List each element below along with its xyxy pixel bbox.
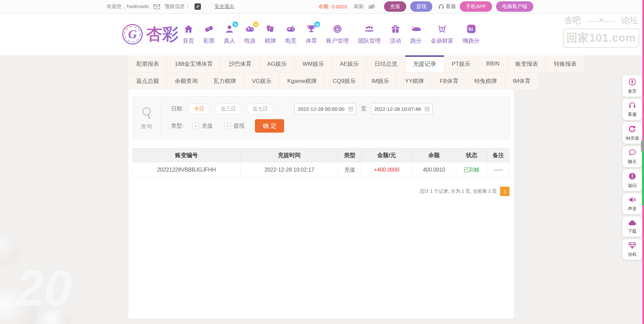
checkbox-checked-icon: ✓ xyxy=(224,123,231,129)
customer-service-link[interactable]: 客服 xyxy=(438,3,456,10)
tab-ae[interactable]: AE娱乐 xyxy=(332,55,367,73)
tab-188-sport[interactable]: 188金宝博体育 xyxy=(167,55,221,73)
site-logo[interactable]: G 杏彩 xyxy=(121,23,178,45)
nav-label: 活动 xyxy=(390,37,401,45)
tab-yy[interactable]: YY棋牌 xyxy=(397,73,432,90)
edit-reserved-button[interactable] xyxy=(195,3,201,10)
sidebar-item-im-recharge[interactable]: IM充值 xyxy=(623,122,642,144)
coin-icon: ¥ xyxy=(332,24,342,35)
tab-deposit-withdraw-records[interactable]: 充提记录 xyxy=(406,55,444,73)
sidebar-item-home[interactable]: 首页 xyxy=(623,75,642,97)
sidebar-label: 首页 xyxy=(628,88,637,94)
sidebar-label: IM充值 xyxy=(626,135,639,141)
pagination: 总计 1 个记录, 分为 1 页, 当前第 1 页 1 xyxy=(128,187,509,196)
pc-client-button[interactable]: 电脑客户端 xyxy=(496,1,533,12)
tab-lottery-report[interactable]: 彩票报表 xyxy=(128,55,167,73)
nav-label: 电竞 xyxy=(285,37,297,45)
sidebar-item-idle[interactable]: 挂机 xyxy=(623,239,642,260)
svg-text:G: G xyxy=(128,28,137,41)
sidebar-item-service[interactable]: 客服 xyxy=(623,99,642,120)
tab-transfer-report[interactable]: 转账报表 xyxy=(546,55,585,73)
main-nav: 首页 彩票 N 真人 H 电游 棋牌 电竞 N 体育 ¥ xyxy=(183,24,480,45)
confirm-button[interactable]: 确 定 xyxy=(255,119,284,133)
col-status: 状态 xyxy=(456,148,487,162)
logout-link[interactable]: 安全退出 xyxy=(214,3,234,10)
date-label: 日期: xyxy=(171,105,183,112)
mobile-app-button[interactable]: 手机APP xyxy=(460,1,492,12)
tab-im-sport[interactable]: IM体育 xyxy=(505,73,539,90)
tab-im[interactable]: IM娱乐 xyxy=(364,73,397,90)
nav-label: 嗨跑分 xyxy=(463,37,480,45)
tab-saba-sport[interactable]: 沙巴体育 xyxy=(221,55,259,73)
nav-item-promotions[interactable]: 活动 xyxy=(390,24,401,45)
nav-label: 棋牌 xyxy=(265,37,276,45)
calendar-icon[interactable] xyxy=(348,106,353,111)
tab-tetu[interactable]: 特兔棋牌 xyxy=(467,73,505,90)
nav-item-account[interactable]: ¥ 账户管理 xyxy=(326,24,349,45)
checkbox-checked-icon: ✓ xyxy=(193,123,199,129)
filter-fields: 日期: 今日 近三日 近七日 2022-12-28 00:00:00 至 202… xyxy=(161,97,510,139)
date-to-input[interactable]: 2022-12-28 10:07:46 xyxy=(371,103,433,114)
tab-pt[interactable]: PT娱乐 xyxy=(444,55,479,73)
nav-item-esports[interactable]: 电竞 xyxy=(285,24,297,45)
new-badge: N xyxy=(314,21,320,27)
quick-today-button[interactable]: 今日 xyxy=(188,103,210,114)
records-table: 账变编号 充提时间 类型 金额/元 余额 状态 备注 20221228VBBBJ… xyxy=(132,148,509,178)
nav-item-lottery[interactable]: 彩票 xyxy=(203,24,215,45)
sidebar-item-question[interactable]: 疑问 xyxy=(623,170,642,191)
quick-3days-button[interactable]: 近三日 xyxy=(215,103,242,114)
tab-cq9[interactable]: CQ9娱乐 xyxy=(325,73,364,90)
eye-off-icon[interactable] xyxy=(368,4,375,9)
scrollbar-thumb[interactable] xyxy=(642,151,644,205)
nav-item-home[interactable]: 首页 xyxy=(183,24,194,45)
table-row: 20221228VBBBJGJFHH 2022-12-28 10:02:17 充… xyxy=(133,162,509,178)
type-filter-row: 类型: ✓ 充值 ✓ 提现 确 定 xyxy=(171,119,510,133)
tab-balance-query[interactable]: 余额查询 xyxy=(167,73,206,90)
tab-account-change-report[interactable]: 账变报表 xyxy=(507,55,546,73)
nav-item-live[interactable]: N 真人 xyxy=(224,24,235,45)
balance-value: 0.0010 xyxy=(332,4,347,9)
tab-ag[interactable]: AG娱乐 xyxy=(259,55,295,73)
calendar-icon[interactable] xyxy=(425,106,430,111)
tab-rebate-total[interactable]: 返点总额 xyxy=(128,73,167,90)
gem-icon xyxy=(628,242,637,250)
withdraw-checkbox[interactable]: ✓ 提现 xyxy=(224,123,244,130)
tab-daily-summary[interactable]: 日结总览 xyxy=(367,55,406,73)
scrollbar-handle[interactable] xyxy=(641,140,644,152)
logo-mark: G xyxy=(121,23,144,45)
tab-bbin[interactable]: BBIN xyxy=(479,55,508,73)
refresh-link[interactable]: 刷新 xyxy=(354,3,364,10)
page-1-button[interactable]: 1 xyxy=(500,187,509,196)
date-to-value: 2022-12-28 10:07:46 xyxy=(374,106,421,112)
col-time: 充提时间 xyxy=(240,148,338,162)
nav-item-egames[interactable]: H 电游 xyxy=(244,24,256,45)
deposit-checkbox[interactable]: ✓ 充值 xyxy=(193,123,212,130)
tab-wm[interactable]: WM娱乐 xyxy=(295,55,332,73)
quick-7days-button[interactable]: 近七日 xyxy=(247,103,274,114)
tab-wali[interactable]: 瓦力棋牌 xyxy=(206,73,244,90)
sidebar-item-chat[interactable]: 聊天 xyxy=(623,146,642,167)
cell-time: 2022-12-28 10:02:17 xyxy=(240,162,338,178)
sidebar-item-sound[interactable]: 声音 xyxy=(623,193,642,214)
nav-item-boardgames[interactable]: 棋牌 xyxy=(265,24,276,45)
sidebar-item-download[interactable]: 下载 xyxy=(623,217,642,237)
sidebar-label: 挂机 xyxy=(628,251,637,258)
withdraw-checkbox-label: 提现 xyxy=(233,123,244,130)
tab-kgame[interactable]: Kgame棋牌 xyxy=(280,73,325,90)
withdraw-button[interactable]: 提现 xyxy=(410,1,432,12)
nav-item-paofen[interactable]: 跑分 xyxy=(410,24,422,45)
deposit-button[interactable]: 充值 xyxy=(384,1,406,12)
col-change-id: 账变编号 xyxy=(133,148,240,162)
nav-item-hipaofen[interactable]: hi 嗨跑分 xyxy=(463,24,480,45)
tab-fb-sport[interactable]: FB体育 xyxy=(432,73,467,90)
tab-vg[interactable]: VG娱乐 xyxy=(244,73,280,90)
chat-icon xyxy=(628,149,637,158)
date-from-input[interactable]: 2022-12-28 00:00:00 xyxy=(294,103,356,114)
message-envelope-icon[interactable] xyxy=(154,4,160,9)
content-panel: 彩票报表 188金宝博体育 沙巴体育 AG娱乐 WM娱乐 AE娱乐 日结总览 充… xyxy=(128,55,514,319)
nav-item-sports[interactable]: N 体育 xyxy=(306,24,317,45)
cell-amount: +400.0000 xyxy=(361,162,412,178)
nav-item-team[interactable]: 团队管理 xyxy=(358,24,381,45)
cell-status: 已到账 xyxy=(456,162,487,178)
nav-item-jinding[interactable]: 金鼎财富 xyxy=(431,24,453,45)
